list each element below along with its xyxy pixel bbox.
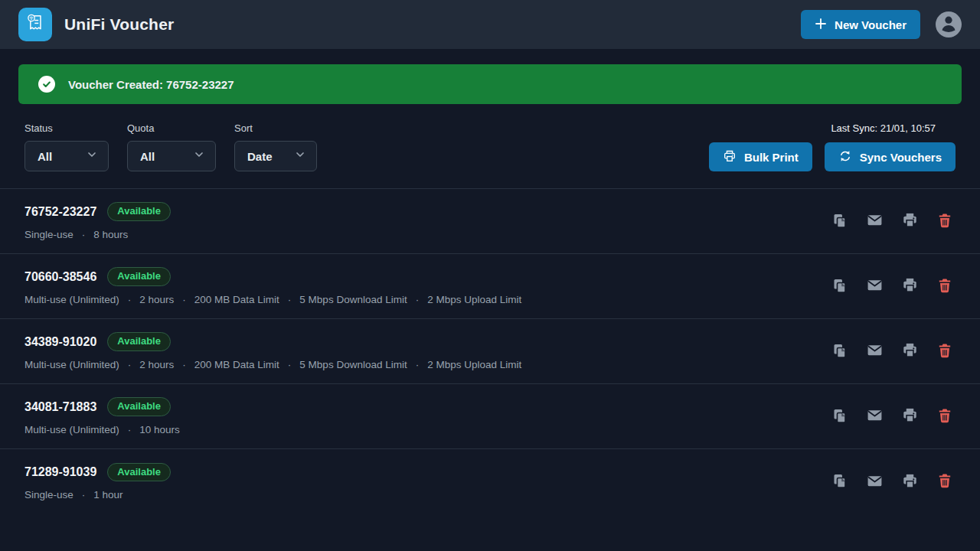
delete-voucher-button[interactable] [937, 344, 952, 359]
detail-item: 200 MB Data Limit [194, 359, 279, 370]
voucher-details: Multi-use (Unlimited)·2 hours·200 MB Dat… [24, 294, 521, 305]
voucher-details: Single-use·1 hour [24, 489, 171, 500]
app-header: UniFi Voucher New Voucher [0, 0, 980, 49]
delete-voucher-button[interactable] [937, 474, 952, 490]
filter-bar: Status All Quota All Sort Date [18, 122, 962, 171]
print-voucher-button[interactable] [902, 344, 917, 359]
copy-icon [831, 408, 847, 425]
detail-item: 2 Mbps Upload Limit [427, 294, 521, 305]
app-logo [18, 8, 52, 41]
email-voucher-button[interactable] [867, 474, 882, 490]
status-filter-label: Status [24, 122, 109, 134]
chevron-down-icon [294, 148, 306, 164]
envelope-icon [867, 342, 883, 360]
trash-icon [937, 408, 952, 425]
delete-voucher-button[interactable] [937, 409, 952, 424]
detail-item: Multi-use (Unlimited) [24, 424, 119, 435]
voucher-list: 76752-23227 Available Single-use·8 hours [0, 188, 980, 514]
voucher-status-badge: Available [107, 397, 171, 416]
printer-icon [902, 212, 918, 230]
sync-icon [838, 149, 852, 165]
trash-icon [937, 473, 952, 491]
quota-filter-select[interactable]: All [127, 141, 216, 171]
detail-item: Single-use [24, 489, 74, 500]
detail-item: 5 Mbps Download Limit [299, 294, 407, 305]
email-voucher-button[interactable] [867, 279, 882, 294]
copy-voucher-button[interactable] [831, 279, 847, 294]
envelope-icon [867, 473, 883, 491]
bulk-print-button[interactable]: Bulk Print [709, 142, 812, 171]
trash-icon [937, 278, 952, 295]
status-filter-value: All [38, 150, 52, 163]
detail-item: Multi-use (Unlimited) [24, 359, 119, 370]
success-banner: Voucher Created: 76752-23227 [18, 64, 962, 104]
chevron-down-icon [193, 148, 205, 164]
status-filter-select[interactable]: All [24, 141, 109, 171]
voucher-code: 34389-91020 [24, 335, 96, 349]
copy-voucher-button[interactable] [831, 474, 847, 490]
voucher-status-badge: Available [107, 267, 171, 286]
sync-vouchers-label: Sync Vouchers [860, 151, 942, 164]
voucher-details: Multi-use (Unlimited)·2 hours·200 MB Dat… [24, 359, 521, 370]
detail-item: Multi-use (Unlimited) [24, 294, 119, 305]
detail-separator: · [288, 359, 292, 370]
detail-separator: · [82, 489, 86, 500]
quota-filter-value: All [140, 150, 155, 163]
detail-separator: · [288, 294, 292, 305]
delete-voucher-button[interactable] [937, 214, 952, 229]
voucher-status-badge: Available [107, 463, 171, 482]
printer-icon [902, 342, 918, 360]
voucher-row: 34081-71883 Available Multi-use (Unlimit… [0, 384, 980, 449]
page-title: UniFi Voucher [64, 15, 174, 34]
detail-separator: · [128, 359, 132, 370]
new-voucher-label: New Voucher [835, 18, 906, 31]
detail-item: 2 hours [139, 294, 174, 305]
detail-item: 1 hour [93, 489, 122, 500]
email-voucher-button[interactable] [867, 409, 882, 424]
email-voucher-button[interactable] [867, 214, 882, 229]
voucher-details: Single-use·8 hours [24, 229, 171, 240]
print-voucher-button[interactable] [902, 214, 917, 229]
envelope-icon [867, 407, 883, 425]
detail-item: 10 hours [139, 424, 180, 435]
person-icon [936, 10, 962, 39]
printer-icon [902, 407, 918, 425]
voucher-row: 71289-91039 Available Single-use·1 hour [0, 449, 980, 514]
detail-item: 5 Mbps Download Limit [299, 359, 407, 370]
printer-icon [723, 149, 737, 165]
quota-filter-label: Quota [127, 122, 216, 134]
check-circle-icon [38, 76, 55, 93]
copy-voucher-button[interactable] [831, 344, 847, 359]
printer-icon [902, 473, 918, 491]
voucher-status-badge: Available [107, 202, 171, 221]
sort-filter-select[interactable]: Date [234, 141, 317, 171]
sort-filter-value: Date [247, 150, 273, 163]
voucher-row: 70660-38546 Available Multi-use (Unlimit… [0, 254, 980, 319]
new-voucher-button[interactable]: New Voucher [801, 10, 920, 39]
print-voucher-button[interactable] [902, 474, 917, 490]
sync-vouchers-button[interactable]: Sync Vouchers [825, 142, 956, 171]
copy-voucher-button[interactable] [831, 214, 847, 229]
delete-voucher-button[interactable] [937, 279, 952, 294]
chevron-down-icon [86, 148, 98, 164]
copy-icon [831, 473, 847, 491]
copy-icon [831, 278, 847, 295]
status-filter-field: Status All [24, 122, 109, 171]
copy-voucher-button[interactable] [831, 409, 847, 424]
print-voucher-button[interactable] [902, 279, 917, 294]
detail-separator: · [82, 229, 86, 240]
email-voucher-button[interactable] [867, 344, 882, 359]
detail-item: 200 MB Data Limit [194, 294, 279, 305]
plus-icon [815, 18, 827, 32]
detail-separator: · [182, 359, 186, 370]
print-voucher-button[interactable] [902, 409, 917, 424]
envelope-icon [867, 277, 883, 295]
last-sync-text: Last Sync: 21/01, 10:57 [831, 122, 936, 134]
voucher-code: 76752-23227 [24, 205, 96, 219]
detail-item: 8 hours [93, 229, 128, 240]
copy-icon [831, 343, 847, 360]
detail-separator: · [416, 359, 420, 370]
copy-icon [831, 213, 847, 230]
detail-item: 2 Mbps Upload Limit [427, 359, 521, 370]
user-avatar[interactable] [936, 11, 962, 37]
